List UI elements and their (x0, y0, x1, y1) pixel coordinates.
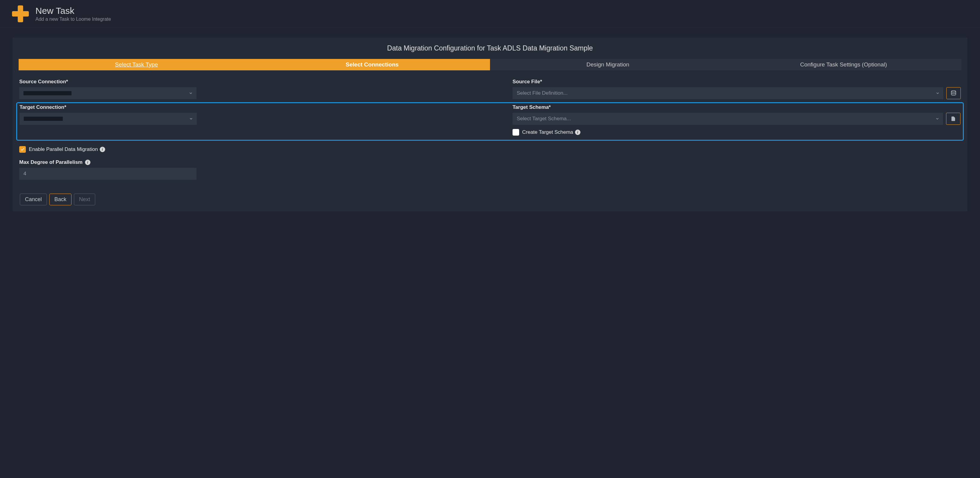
document-icon (951, 116, 956, 121)
source-file-label: Source File* (512, 79, 961, 85)
source-file-select[interactable]: Select File Definition... (512, 87, 943, 99)
info-icon[interactable]: i (575, 129, 581, 135)
select-placeholder: Select File Definition... (517, 90, 568, 96)
page-title: New Task (35, 6, 111, 16)
cancel-button[interactable]: Cancel (20, 194, 47, 206)
target-highlight-box: Target Connection* Target Schema* (16, 102, 964, 141)
config-panel: Data Migration Configuration for Task AD… (13, 38, 967, 211)
page-header: New Task Add a new Task to Loome Integra… (0, 0, 980, 28)
tab-design-migration[interactable]: Design Migration (490, 59, 726, 70)
source-file-browse-button[interactable] (947, 87, 961, 99)
redacted-value (24, 91, 72, 95)
back-button[interactable]: Back (49, 194, 72, 206)
chevron-down-icon (935, 116, 939, 121)
input-value: 4 (24, 171, 26, 177)
redacted-value (24, 116, 63, 121)
svg-point-0 (951, 91, 956, 92)
panel-title: Data Migration Configuration for Task AD… (13, 44, 967, 52)
tab-label: Configure Task Settings (Optional) (800, 61, 887, 68)
checkbox-label-text: Create Target Schema (522, 129, 573, 135)
enable-parallel-label: Enable Parallel Data Migration i (29, 147, 105, 152)
tab-label: Design Migration (586, 61, 629, 68)
source-connection-select[interactable] (19, 87, 196, 99)
chevron-down-icon (935, 91, 940, 95)
checkbox-label-text: Enable Parallel Data Migration (29, 147, 98, 152)
select-placeholder: Select Target Schema... (517, 116, 571, 122)
wizard-tabs: Select Task Type Select Connections Desi… (19, 59, 961, 70)
database-icon (951, 90, 956, 96)
max-parallel-input[interactable]: 4 (19, 168, 196, 180)
info-icon[interactable]: i (100, 147, 105, 152)
create-target-schema-label: Create Target Schema i (522, 129, 581, 135)
tab-configure-settings[interactable]: Configure Task Settings (Optional) (726, 59, 962, 70)
tab-label: Select Task Type (115, 61, 158, 68)
label-text: Max Degree of Parallelism (19, 159, 83, 165)
enable-parallel-checkbox[interactable] (19, 146, 26, 153)
target-schema-browse-button[interactable] (946, 113, 961, 125)
target-schema-label: Target Schema* (512, 104, 961, 110)
page-subtitle: Add a new Task to Loome Integrate (35, 16, 111, 22)
create-target-schema-checkbox[interactable] (512, 129, 519, 135)
chevron-down-icon (189, 91, 193, 95)
source-connection-label: Source Connection* (19, 79, 468, 85)
target-schema-select[interactable]: Select Target Schema... (512, 113, 943, 125)
max-parallel-label: Max Degree of Parallelism i (19, 159, 961, 165)
target-connection-label: Target Connection* (19, 104, 468, 110)
tab-label: Select Connections (346, 61, 399, 68)
target-connection-select[interactable] (19, 113, 197, 125)
next-button[interactable]: Next (74, 194, 95, 206)
info-icon[interactable]: i (85, 159, 91, 165)
chevron-down-icon (189, 116, 193, 121)
tab-select-connections[interactable]: Select Connections (255, 59, 490, 70)
plus-icon (12, 5, 29, 22)
tab-select-task-type[interactable]: Select Task Type (19, 59, 255, 70)
